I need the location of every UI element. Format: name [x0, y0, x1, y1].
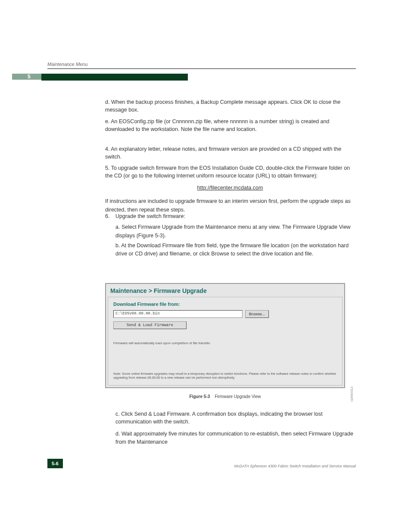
fig-field-label: Download Firmware file from:	[113, 302, 180, 307]
para-e: e. An EOSConfig.zip file (or Cnnnnnn.zip…	[105, 118, 355, 133]
header-rule	[47, 68, 356, 69]
browse-button[interactable]: Browse...	[245, 310, 269, 318]
footer-text: McDATA Sphereon 4300 Fabric Switch Insta…	[0, 464, 356, 468]
para-d: d. When the backup process finishes, a B…	[105, 98, 355, 114]
interim-note: If instructions are included to upgrade …	[105, 197, 355, 214]
para-5: 5. To upgrade switch firmware from the E…	[105, 164, 355, 180]
para-4: 4. An explanatory letter, release notes,…	[105, 145, 355, 161]
step-6b: b. At the Download Firmware file from fi…	[105, 242, 355, 258]
figure-5-3: Maintenance > Firmware Upgrade Download …	[105, 283, 357, 399]
figure-caption: Figure 5-3 Firmware Upgrade View	[105, 394, 345, 399]
fig-auto-load-msg: Firmware will automatically load upon co…	[113, 341, 211, 345]
fig-side-id: i16M2012	[350, 386, 354, 401]
chapter-tab-light	[12, 74, 42, 80]
url-block: http://filecenter.mcdata.com If instruct…	[105, 184, 355, 214]
running-head: Maintenance Menu	[47, 62, 88, 67]
step-6a: a. Select Firmware Upgrade from the Main…	[115, 223, 355, 240]
figure-caption-text: Firmware Upgrade View	[215, 394, 261, 399]
firmware-path-input[interactable]: C:\EOSv08.00.00.bin	[113, 310, 243, 318]
figure-caption-label: Figure 5-3	[190, 394, 210, 399]
figure-box: Maintenance > Firmware Upgrade Download …	[105, 283, 345, 388]
fig-panel: Download Firmware file from: C:\EOSv08.0…	[108, 297, 342, 386]
chapter-tab-dark	[41, 74, 188, 81]
step-6d: d. Wait approximately five minutes for c…	[105, 430, 355, 447]
step-6: 6. Upgrade the switch firmware: a. Selec…	[105, 212, 355, 240]
fig-note: Note: Some online firmware upgrades may …	[113, 372, 337, 380]
send-load-button[interactable]: Send & Load Firmware	[113, 321, 187, 329]
step-6c: c. Click Send & Load Firmware. A confirm…	[105, 410, 355, 426]
url-link[interactable]: http://filecenter.mcdata.com	[197, 185, 263, 191]
chapter-number: 5	[28, 74, 31, 80]
step-6-num: 6.	[105, 212, 115, 221]
fig-breadcrumb: Maintenance > Firmware Upgrade	[110, 287, 207, 294]
step-6-head: Upgrade the switch firmware:	[115, 213, 185, 219]
